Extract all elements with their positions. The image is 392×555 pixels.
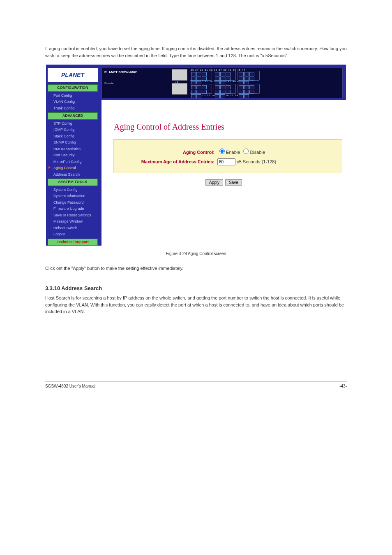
page-title: Aging Control of Address Entries — [114, 121, 335, 133]
apply-button[interactable]: Apply — [205, 179, 223, 186]
footer-left: SGSW-4802 User's Manual — [45, 383, 95, 389]
screenshot-figure: PLANET CONFIGURATION Port Config VLAN Co… — [46, 65, 346, 246]
sidebar-item[interactable]: Port Security — [46, 152, 99, 159]
port-block — [238, 71, 260, 81]
planet-logo: PLANET — [48, 68, 98, 82]
sidebar-item[interactable]: Firmware Upgrade — [46, 206, 99, 212]
section-system-tools: SYSTEM TOOLS — [48, 179, 98, 186]
content-panel: Aging Control of Address Entries Aging C… — [101, 100, 346, 246]
port-block — [214, 84, 236, 94]
footer-rule — [45, 381, 347, 381]
console-label: Console — [104, 81, 113, 85]
disable-radio[interactable] — [243, 149, 249, 154]
sidebar-item[interactable]: System Information — [46, 193, 99, 200]
sidebar-item[interactable]: IGMP Config — [46, 127, 99, 133]
intro-paragraph: If aging control is enabled, you have to… — [45, 45, 347, 59]
sidebar-item[interactable]: STP Config — [46, 121, 99, 127]
outro-paragraph: Click ont the "Apply" button to make the… — [45, 265, 347, 272]
sidebar-item[interactable]: VLAN Config — [46, 99, 99, 105]
footer-right: -43- — [339, 383, 347, 389]
sidebar-item[interactable]: System Config — [46, 187, 99, 193]
figure-caption: Figure 3-29 Aging Control screen — [45, 251, 347, 257]
max-age-input[interactable] — [217, 158, 235, 165]
sidebar-item[interactable]: Change Password — [46, 200, 99, 206]
sidebar-item[interactable]: SNMP Config — [46, 139, 99, 146]
aging-control-label: Aging Control: — [125, 149, 216, 156]
section-advanced: ADVANCED — [48, 112, 98, 120]
enable-radio[interactable] — [219, 149, 225, 154]
port-block — [238, 84, 260, 94]
technical-support-button[interactable]: Technical Support — [48, 239, 98, 246]
expansion-slot-50 — [172, 69, 187, 81]
expansion-slot-49 — [172, 83, 187, 95]
sidebar-item[interactable]: RMON Statistics — [46, 146, 99, 153]
sidebar-item[interactable]: MirrorPort Config — [46, 159, 99, 165]
sidebar-item-aging-control[interactable]: Aging Control — [46, 165, 99, 172]
enable-option[interactable]: Enable — [217, 150, 240, 155]
device-model: PLANET SGSW-4802 — [104, 70, 137, 75]
sidebar-item[interactable]: Message Window — [46, 218, 99, 225]
max-age-suffix: x5 Seconds (1-128) — [237, 159, 276, 164]
sidebar-item[interactable]: Stack Config — [46, 133, 99, 140]
disable-option[interactable]: Disable — [241, 150, 265, 155]
sidebar-item[interactable]: Reboot Switch — [46, 225, 99, 232]
port-block — [190, 84, 212, 94]
port-block — [214, 71, 236, 81]
section-configuration: CONFIGURATION — [48, 84, 98, 92]
section-3-3-10-body: Host Search is for searching a host by I… — [45, 295, 347, 315]
sidebar-item[interactable]: Logout — [46, 231, 99, 238]
section-3-3-10-heading: 3.3.10 Address Search — [45, 284, 347, 293]
sidebar-item[interactable]: Address Search — [46, 172, 99, 178]
save-button[interactable]: Save — [225, 179, 242, 186]
port-block — [190, 71, 212, 81]
disable-text: Disable — [250, 150, 265, 155]
sidebar-item[interactable]: Port Config — [46, 93, 99, 99]
aging-form: Aging Control: Enable Disable Maximum Ag… — [113, 139, 342, 173]
enable-text: Enable — [226, 150, 240, 155]
sidebar-item[interactable]: Trunk Config — [46, 105, 99, 112]
max-age-label: Maximum Age of Address Entries: — [125, 158, 216, 165]
nav-sidebar: PLANET CONFIGURATION Port Config VLAN Co… — [46, 65, 99, 246]
device-front-panel: PLANET SGSW-4802 Console 50 49 25 27 29 … — [101, 68, 343, 98]
sidebar-item[interactable]: Save or Reset Settings — [46, 212, 99, 219]
